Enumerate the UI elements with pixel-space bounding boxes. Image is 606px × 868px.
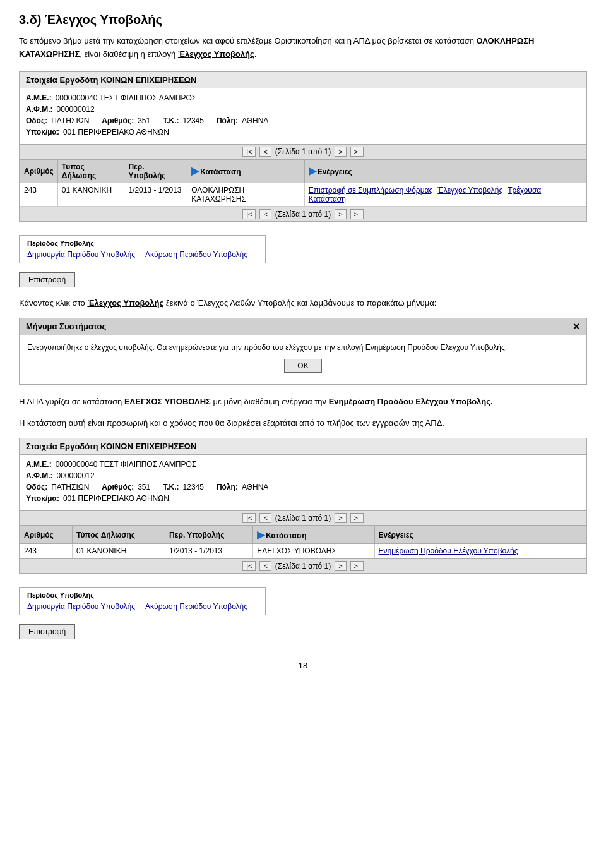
poli-value: ΑΘΗΝΑ — [242, 116, 268, 125]
cell-energeies: Ενημέρωση Προόδου Ελέγχου Υποβολής — [374, 544, 586, 558]
cell-period: 1/2013 - 1/2013 — [165, 544, 253, 558]
action-link[interactable]: Επιστροφή σε Συμπλήρωση Φόρμας — [309, 186, 433, 195]
message-text: Ενεργοποιήθηκε ο έλεγχος υποβολής. Θα εν… — [27, 342, 579, 354]
cell-period: 1/2013 - 1/2013 — [124, 183, 187, 206]
next-page-button-1b[interactable]: > — [335, 209, 346, 219]
arithmos2-value: 351 — [138, 483, 150, 491]
col-header-arithmos-1: Αριθμός — [20, 159, 58, 183]
ame-label: Α.Μ.Ε.: — [26, 93, 52, 102]
col-header-energeies-2: Ενέργειες — [374, 526, 586, 544]
employer-info-row-3: Οδός: ΠΑΤΗΣΙΩΝ Αριθμός: 351 Τ.Κ.: 12345 … — [26, 116, 580, 125]
period-links-2: Δημιουργία Περιόδου ΥποβολήςΑκύρωση Περι… — [27, 601, 258, 611]
prev-page-button-2b[interactable]: < — [259, 561, 271, 571]
ame2-item: Α.Μ.Ε.: 0000000040 ΤΕΣΤ ΦΙΛΙΠΠΟΣ ΛΑΜΠΡΟΣ — [26, 460, 196, 469]
col-header-katastasi-2: ▶Κατάσταση — [253, 526, 374, 544]
declarations-table-2: Αριθμός Τύπος Δήλωσης Περ. Υποβολής ▶Κατ… — [20, 526, 586, 558]
employer-info-row-2: Α.Φ.Μ.: 000000012 — [26, 105, 580, 114]
click-description: Κάνοντας κλικ στο Έλεγχος Υποβολής ξεκιν… — [19, 296, 587, 310]
tk2-value: 12345 — [183, 483, 204, 491]
ok-button[interactable]: ΟΚ — [284, 359, 321, 373]
prev-page-button-1[interactable]: < — [259, 147, 271, 157]
arrow-icon-1: ▶ — [191, 165, 199, 177]
afm-label: Α.Φ.Μ.: — [26, 105, 53, 114]
poli-item: Πόλη: ΑΘΗΝΑ — [217, 116, 268, 125]
pagination-bar-1-top: |< < (Σελίδα 1 από 1) > >| — [20, 144, 586, 159]
message-body: Ενεργοποιήθηκε ο έλεγχος υποβολής. Θα εν… — [20, 335, 586, 384]
apd-description-2: Η κατάσταση αυτή είναι προσωρινή και ο χ… — [19, 416, 587, 430]
col-header-period-2: Περ. Υποβολής — [165, 526, 253, 544]
last-page-button-2b[interactable]: >| — [350, 561, 364, 571]
employer-panel-1: Στοιχεία Εργοδότη ΚΟΙΝΩΝ ΕΠΙΧΕΙΡΗΣΕΩΝ Α.… — [19, 71, 587, 222]
action-link[interactable]: Ενημέρωση Προόδου Ελέγχου Υποβολής — [379, 546, 518, 555]
cancel-period-link-1[interactable]: Ακύρωση Περιόδου Υποβολής — [145, 250, 247, 259]
click-text-part1: Κάνοντας κλικ στο — [19, 298, 87, 308]
pagination-bar-2-bottom: |< < (Σελίδα 1 από 1) > >| — [20, 558, 586, 574]
col-header-tipos-2: Τύπος Δήλωσης — [72, 526, 165, 544]
col-header-tipos-1: Τύπος Δήλωσης — [57, 159, 124, 183]
return-button-2[interactable]: Επιστροφή — [19, 624, 75, 639]
ypok2-value: 001 ΠΕΡΙΦΕΡΕΙΑΚΟ ΑΘΗΝΩΝ — [63, 494, 169, 503]
ame2-value: 0000000040 ΤΕΣΤ ΦΙΛΙΠΠΟΣ ΛΑΜΠΡΟΣ — [56, 460, 197, 469]
create-period-link-1[interactable]: Δημιουργία Περιόδου Υποβολής — [27, 250, 135, 259]
arrow-icon-2: ▶ — [309, 165, 316, 177]
apd-bold2: Ενημέρωση Προόδου Ελέγχου Υποβολής. — [329, 397, 493, 406]
arithmos-item: Αριθμός: 351 — [102, 116, 150, 125]
first-page-button-1b[interactable]: |< — [242, 209, 256, 219]
cell-arithmos: 243 — [20, 544, 73, 558]
click-text-bold: Έλεγχος Υποβολής — [87, 298, 163, 308]
message-header: Μήνυμα Συστήματος ✕ — [20, 318, 586, 335]
pagination-bar-1-bottom: |< < (Σελίδα 1 από 1) > >| — [20, 207, 586, 222]
poli2-label: Πόλη: — [217, 483, 238, 491]
intro-bold2: Έλεγχος Υποβολής — [178, 49, 254, 59]
last-page-button-2[interactable]: >| — [350, 513, 364, 523]
employer2-info-row-4: Υποκ/μα: 001 ΠΕΡΙΦΕΡΕΙΑΚΟ ΑΘΗΝΩΝ — [26, 494, 580, 503]
afm2-value: 000000012 — [57, 471, 95, 480]
employer-info-row-4: Υποκ/μα: 001 ΠΕΡΙΦΕΡΕΙΑΚΟ ΑΘΗΝΩΝ — [26, 128, 580, 136]
pagination-text-1b: (Σελίδα 1 από 1) — [275, 210, 331, 219]
odos2-item: Οδός: ΠΑΤΗΣΙΩΝ — [26, 483, 89, 491]
next-page-button-1[interactable]: > — [335, 147, 346, 157]
next-page-button-2[interactable]: > — [335, 513, 346, 523]
prev-page-button-1b[interactable]: < — [259, 209, 271, 219]
first-page-button-1[interactable]: |< — [242, 147, 256, 157]
apd-description: Η ΑΠΔ γυρίζει σε κατάσταση ΕΛΕΓΧΟΣ ΥΠΟΒΟ… — [19, 395, 587, 409]
first-page-button-2b[interactable]: |< — [242, 561, 256, 571]
cancel-period-link-2[interactable]: Ακύρωση Περιόδου Υποβολής — [145, 602, 247, 611]
cell-tipos: 01 ΚΑΝΟΝΙΚΗ — [72, 544, 165, 558]
click-text-part2: ξεκινά ο Έλεγχος Λαθών Υποβολής και λαμβ… — [163, 298, 436, 308]
employer2-info-row-2: Α.Φ.Μ.: 000000012 — [26, 471, 580, 480]
ypok-value: 001 ΠΕΡΙΦΕΡΕΙΑΚΟ ΑΘΗΝΩΝ — [63, 128, 169, 136]
odos2-label: Οδός: — [26, 483, 47, 491]
tk-label: Τ.Κ.: — [163, 116, 179, 125]
message-title: Μήνυμα Συστήματος — [26, 322, 106, 331]
close-icon[interactable]: ✕ — [573, 322, 580, 332]
employer-panel-2: Στοιχεία Εργοδότη ΚΟΙΝΩΝ ΕΠΙΧΕΙΡΗΣΕΩΝ Α.… — [19, 438, 587, 574]
afm2-label: Α.Φ.Μ.: — [26, 471, 53, 480]
last-page-button-1b[interactable]: >| — [350, 209, 364, 219]
poli-label: Πόλη: — [217, 116, 238, 125]
odos-label: Οδός: — [26, 116, 47, 125]
prev-page-button-2[interactable]: < — [259, 513, 271, 523]
create-period-link-2[interactable]: Δημιουργία Περιόδου Υποβολής — [27, 602, 135, 611]
page-title: 3.δ) Έλεγχος Υποβολής — [19, 13, 587, 27]
employer-panel-1-header: Στοιχεία Εργοδότη ΚΟΙΝΩΝ ΕΠΙΧΕΙΡΗΣΕΩΝ — [20, 72, 586, 88]
poli2-value: ΑΘΗΝΑ — [242, 483, 268, 491]
first-page-button-2[interactable]: |< — [242, 513, 256, 523]
period-section-2: Περίοδος Υποβολής Δημιουργία Περιόδου Υπ… — [19, 587, 266, 615]
ypok2-item: Υποκ/μα: 001 ΠΕΡΙΦΕΡΕΙΑΚΟ ΑΘΗΝΩΝ — [26, 494, 169, 503]
col-header-katastasi-1: ▶Κατάσταση — [187, 159, 304, 183]
arithmos2-label: Αριθμός: — [102, 483, 134, 491]
employer-info-row-1: Α.Μ.Ε.: 0000000040 ΤΕΣΤ ΦΙΛΙΠΠΟΣ ΛΑΜΠΡΟΣ — [26, 93, 580, 102]
return-button-1[interactable]: Επιστροφή — [19, 272, 75, 287]
next-page-button-2b[interactable]: > — [335, 561, 346, 571]
employer2-info-row-3: Οδός: ΠΑΤΗΣΙΩΝ Αριθμός: 351 Τ.Κ.: 12345 … — [26, 483, 580, 491]
employer-panel-2-body: Α.Μ.Ε.: 0000000040 ΤΕΣΤ ΦΙΛΙΠΠΟΣ ΛΑΜΠΡΟΣ… — [20, 455, 586, 510]
last-page-button-1[interactable]: >| — [350, 147, 364, 157]
col-header-arithmos-2: Αριθμός — [20, 526, 73, 544]
employer2-info-row-1: Α.Μ.Ε.: 0000000040 ΤΕΣΤ ΦΙΛΙΠΠΟΣ ΛΑΜΠΡΟΣ — [26, 460, 580, 469]
table-row: 24301 ΚΑΝΟΝΙΚΗ1/2013 - 1/2013ΕΛΕΓΧΟΣ ΥΠΟ… — [20, 544, 586, 558]
action-link[interactable]: Έλεγχος Υποβολής — [437, 186, 502, 195]
arithmos2-item: Αριθμός: 351 — [102, 483, 150, 491]
cell-tipos: 01 ΚΑΝΟΝΙΚΗ — [57, 183, 124, 206]
arithmos-label: Αριθμός: — [102, 116, 134, 125]
